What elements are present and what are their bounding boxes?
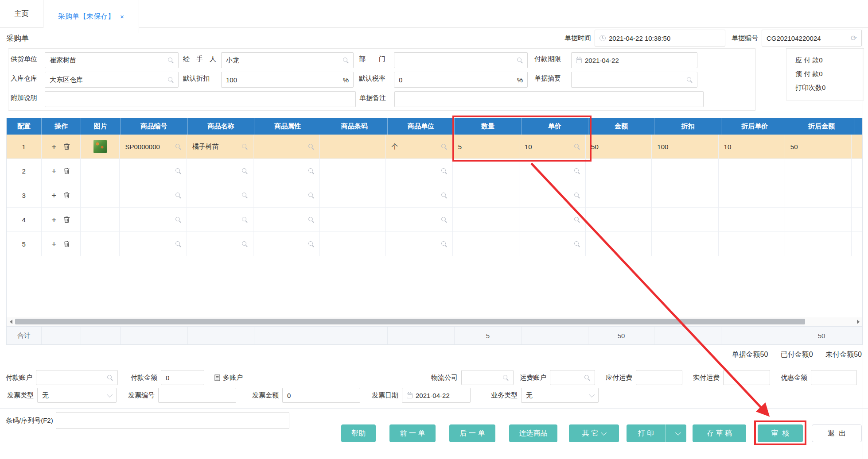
freight-account-field[interactable]: [550, 370, 595, 385]
extra-note-field[interactable]: [45, 91, 356, 107]
search-icon[interactable]: [175, 216, 181, 223]
add-row-icon[interactable]: [51, 191, 56, 200]
search-icon[interactable]: [241, 241, 248, 247]
default-tax-field[interactable]: 0 %: [394, 72, 528, 88]
cell-product-unit[interactable]: 个: [386, 135, 452, 158]
search-icon[interactable]: [441, 216, 447, 223]
cell-amount[interactable]: 50: [586, 135, 652, 158]
cell-qty[interactable]: [453, 208, 519, 231]
cell-discounted-amount[interactable]: [785, 183, 852, 207]
tab-purchase-order[interactable]: 采购单【未保存】: [43, 0, 139, 33]
search-icon[interactable]: [584, 374, 590, 381]
search-icon[interactable]: [441, 143, 447, 150]
cell-product-code[interactable]: [120, 183, 187, 207]
prev-doc-button[interactable]: 前 一 单: [389, 424, 436, 442]
cell-discounted-price[interactable]: [719, 159, 785, 183]
search-icon[interactable]: [175, 143, 181, 150]
cell-row-ops[interactable]: [42, 232, 81, 256]
cell-product-barcode[interactable]: [320, 208, 386, 231]
search-icon[interactable]: [241, 192, 248, 198]
search-icon[interactable]: [308, 143, 314, 150]
cell-product-barcode[interactable]: [320, 135, 386, 158]
cell-discounted-price[interactable]: [719, 183, 785, 207]
refresh-icon[interactable]: [851, 35, 857, 42]
trash-icon[interactable]: [63, 240, 70, 247]
doc-no-field[interactable]: CG202104220024: [762, 30, 862, 46]
cell-product-attr[interactable]: [253, 135, 320, 158]
logistics-field[interactable]: [461, 370, 514, 385]
payment-account-field[interactable]: [36, 370, 118, 385]
cell-discounted-amount[interactable]: [785, 232, 852, 256]
cell-product-image[interactable]: [81, 232, 120, 256]
cell-discount[interactable]: 100: [652, 135, 718, 158]
default-discount-field[interactable]: 100 %: [221, 72, 354, 88]
biz-type-select[interactable]: 无: [521, 388, 599, 403]
search-icon[interactable]: [574, 241, 580, 247]
doc-time-field[interactable]: 2021-04-22 10:38:50: [595, 30, 725, 46]
search-icon[interactable]: [241, 143, 248, 150]
cell-price[interactable]: [519, 183, 586, 207]
search-icon[interactable]: [175, 168, 181, 174]
cell-discounted-price[interactable]: [719, 208, 785, 231]
payment-amount-field[interactable]: 0: [161, 370, 204, 385]
print-button-label[interactable]: 打 印: [627, 424, 666, 442]
cell-discounted-price[interactable]: [719, 232, 785, 256]
due-date-field[interactable]: 2021-04-22: [571, 52, 697, 68]
cell-product-name[interactable]: [187, 208, 253, 231]
cell-row-ops[interactable]: [42, 135, 81, 158]
help-button[interactable]: 帮助: [341, 424, 376, 442]
cell-product-name[interactable]: [187, 159, 253, 183]
add-row-icon[interactable]: [51, 216, 56, 224]
search-icon[interactable]: [241, 216, 248, 223]
cell-row-ops[interactable]: [42, 208, 81, 231]
cell-product-code[interactable]: SP0000000: [120, 135, 187, 158]
search-icon[interactable]: [574, 168, 580, 174]
cell-discount[interactable]: [652, 159, 718, 183]
scroll-left-icon[interactable]: [7, 317, 15, 326]
search-icon[interactable]: [107, 374, 113, 381]
cell-discount[interactable]: [652, 208, 718, 231]
add-row-icon[interactable]: [51, 143, 56, 151]
invoice-no-field[interactable]: [158, 388, 236, 403]
cell-price[interactable]: 10: [519, 135, 586, 158]
horizontal-scrollbar[interactable]: [7, 317, 862, 326]
search-icon[interactable]: [167, 77, 174, 83]
warehouse-field[interactable]: 大东区仓库: [45, 72, 179, 88]
search-icon[interactable]: [441, 241, 447, 247]
add-row-icon[interactable]: [51, 167, 56, 175]
cell-discount[interactable]: [652, 232, 718, 256]
cell-discount[interactable]: [652, 183, 718, 207]
multi-account-button[interactable]: 多账户: [214, 370, 243, 385]
search-icon[interactable]: [308, 241, 314, 247]
cell-product-code[interactable]: [120, 159, 187, 183]
cell-product-code[interactable]: [120, 208, 187, 231]
barcode-input[interactable]: [56, 412, 289, 429]
cell-discounted-amount[interactable]: [785, 159, 852, 183]
search-icon[interactable]: [308, 168, 314, 174]
cell-price[interactable]: [519, 208, 586, 231]
scroll-right-icon[interactable]: [854, 317, 862, 326]
search-icon[interactable]: [308, 216, 314, 223]
print-button[interactable]: 打 印: [627, 424, 686, 442]
tab-close-icon[interactable]: [120, 13, 124, 20]
search-icon[interactable]: [308, 192, 314, 198]
search-icon[interactable]: [441, 168, 447, 174]
cell-amount[interactable]: [586, 232, 652, 256]
supplier-field[interactable]: 崔家树苗: [45, 52, 179, 68]
trash-icon[interactable]: [63, 167, 70, 174]
invoice-date-field[interactable]: 2021-04-22: [402, 388, 471, 403]
print-options-button[interactable]: [666, 424, 686, 442]
cell-product-barcode[interactable]: [320, 183, 386, 207]
freight-paid-field[interactable]: [723, 370, 770, 385]
cell-discounted-price[interactable]: 10: [719, 135, 785, 158]
search-icon[interactable]: [574, 216, 580, 223]
cell-amount[interactable]: [586, 159, 652, 183]
tab-home[interactable]: 主页: [0, 0, 43, 27]
cell-product-image[interactable]: [81, 208, 120, 231]
save-draft-button[interactable]: 存 草 稿: [693, 424, 746, 442]
cell-product-image[interactable]: [81, 183, 120, 207]
cell-product-name[interactable]: [187, 183, 253, 207]
handler-field[interactable]: 小龙: [221, 52, 354, 68]
cell-qty[interactable]: 5: [453, 135, 519, 158]
multi-select-product-button[interactable]: 连选商品: [509, 424, 557, 442]
